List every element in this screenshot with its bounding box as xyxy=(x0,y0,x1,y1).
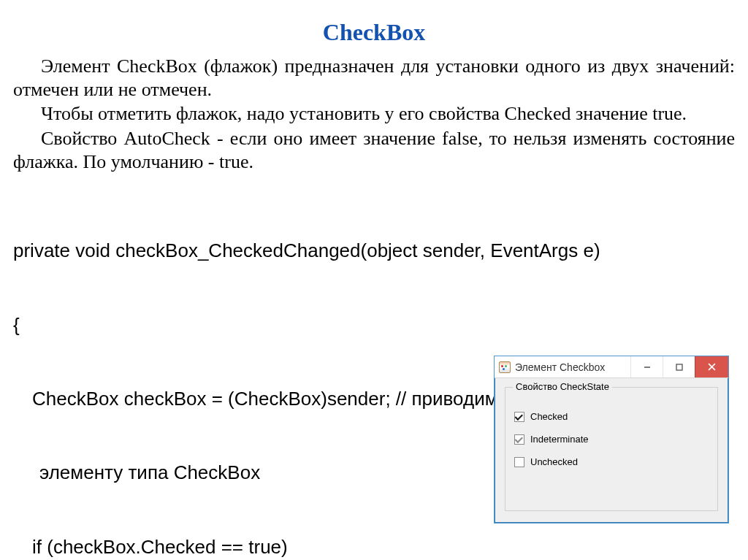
maximize-icon xyxy=(676,364,683,371)
paragraph-2-text: Чтобы отметить флажок, надо установить у… xyxy=(41,103,687,124)
checkbox-icon xyxy=(514,412,524,422)
checkbox-icon xyxy=(514,434,524,445)
minimize-icon xyxy=(644,364,651,371)
paragraph-3: Свойство AutoCheck - если оно имеет знач… xyxy=(13,127,735,173)
checkbox-label: Indeterminate xyxy=(530,434,589,445)
winforms-window: Элемент Checkbox Свойство CheckState Che… xyxy=(494,356,729,523)
checkbox-row-checked[interactable]: Checked xyxy=(514,411,709,422)
maximize-button[interactable] xyxy=(663,356,695,377)
groupbox-checkstate: Свойство CheckState Checked Indeterminat… xyxy=(505,387,718,511)
code-line-2: { xyxy=(13,313,735,338)
window-body: Свойство CheckState Checked Indeterminat… xyxy=(495,378,728,518)
checkbox-label: Unchecked xyxy=(530,456,578,467)
checkbox-row-indeterminate[interactable]: Indeterminate xyxy=(514,434,709,445)
paragraph-1-text: Элемент CheckBox (флажок) предназначен д… xyxy=(13,55,735,100)
window-icon xyxy=(499,361,511,373)
code-line-1: private void checkBox_CheckedChanged(obj… xyxy=(13,239,735,264)
close-icon xyxy=(708,363,716,371)
checkbox-icon xyxy=(514,457,524,467)
window-titlebar[interactable]: Элемент Checkbox xyxy=(495,356,728,378)
window-controls xyxy=(630,356,728,377)
window-title: Элемент Checkbox xyxy=(515,361,630,373)
svg-rect-1 xyxy=(676,364,682,370)
code-line-4: if (checkBox.Checked == true) xyxy=(13,535,735,560)
paragraph-1: Элемент CheckBox (флажок) предназначен д… xyxy=(13,55,735,101)
minimize-button[interactable] xyxy=(630,356,663,377)
paragraph-3-text: Свойство AutoCheck - если оно имеет знач… xyxy=(13,128,735,172)
checkbox-row-unchecked[interactable]: Unchecked xyxy=(514,456,709,467)
paragraph-2: Чтобы отметить флажок, надо установить у… xyxy=(13,102,735,126)
page-title: CheckBox xyxy=(13,19,735,46)
checkbox-label: Checked xyxy=(530,411,568,422)
document-page: CheckBox Элемент CheckBox (флажок) предн… xyxy=(0,0,748,560)
groupbox-legend: Свойство CheckState xyxy=(513,381,612,392)
close-button[interactable] xyxy=(695,356,728,377)
